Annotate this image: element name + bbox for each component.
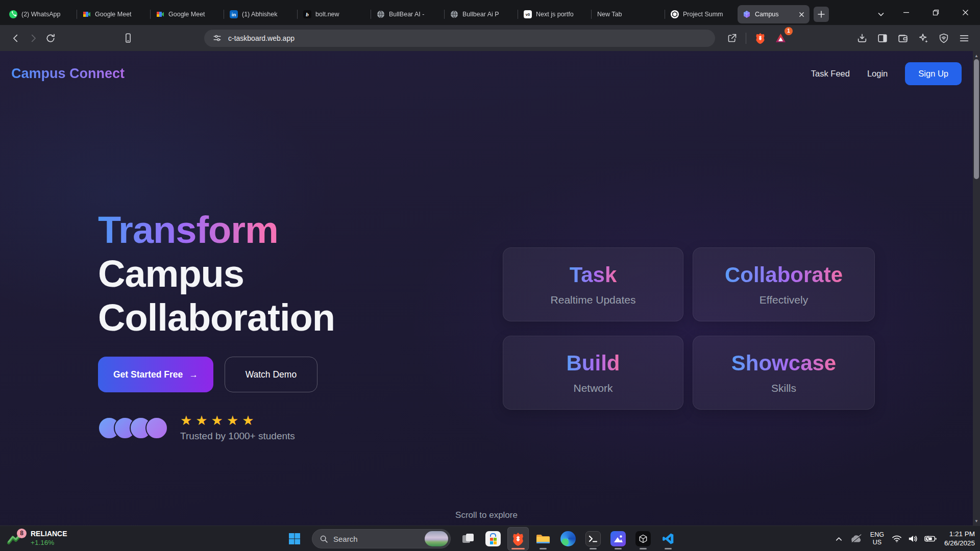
tab-project-summary[interactable]: Project Summ [666,5,738,23]
brave-shield-icon[interactable] [751,30,769,47]
trust-text: Trusted by 1000+ students [180,431,295,442]
store-handle [490,533,496,537]
url-text[interactable]: c-taskboard.web.app [228,34,295,42]
card-title: Build [567,351,620,375]
arrow-right-icon: → [189,369,198,380]
sidebar-icon[interactable] [874,30,891,47]
new-tab-button[interactable] [814,7,829,22]
card-collaborate[interactable]: Collaborate Effectively [693,247,875,321]
wallet-icon[interactable] [894,30,912,47]
v0-icon: v0 [524,10,532,18]
tray-time: 1:21 PM [944,530,975,539]
tray-status-icons[interactable] [892,535,937,543]
start-button[interactable] [284,527,305,550]
vpn-shield-icon[interactable] [935,30,952,47]
terminal-button[interactable] [582,527,604,550]
hero-section: Transform Campus Collaboration Get Start… [98,208,335,442]
photos-button[interactable] [607,527,629,550]
reload-icon[interactable] [42,30,59,47]
tab-google-meet-2[interactable]: Google Meet [151,5,223,23]
stock-change: +1.16% [31,539,67,547]
tab-google-meet-1[interactable]: Google Meet [78,5,150,23]
leo-ai-sparkles-icon[interactable] [915,30,932,47]
task-view-button[interactable] [457,527,479,550]
tray-language[interactable]: ENG US [870,531,884,546]
tab-campus-active[interactable]: Campus [738,5,810,23]
window-restore-button[interactable] [921,0,950,25]
cube-app-button[interactable] [632,527,654,550]
nav-task-feed-link[interactable]: Task Feed [811,69,850,79]
tab-whatsapp[interactable]: (2) WhatsApp [4,5,76,23]
terminal-icon [585,531,601,546]
brave-icon [511,532,525,546]
page-scrollbar[interactable]: ▲ ▼ [973,51,980,525]
downloads-icon[interactable] [853,30,871,47]
get-started-button[interactable]: Get Started Free → [98,357,213,392]
tab-linkedin[interactable]: in (1) Abhishek [225,5,297,23]
tray-chevron-up-icon[interactable] [835,535,843,543]
window-close-button[interactable] [950,0,980,25]
linkedin-icon: in [230,10,238,18]
google-meet-icon [83,10,91,18]
card-task[interactable]: Task Realtime Updates [503,247,683,321]
tab-new-tab[interactable]: New Tab [592,5,664,23]
share-icon[interactable] [723,30,741,47]
stock-chart-icon: 8 [7,531,26,547]
brand-logo[interactable]: Campus Connect [11,66,125,82]
scrollbar-thumb[interactable] [974,59,979,179]
search-icon [320,535,328,543]
scrollbar-down-icon[interactable]: ▼ [973,517,980,524]
taskbar-center: Search [284,526,679,551]
hero-title-line2: Campus [98,253,244,295]
tab-search-chevron-icon[interactable] [871,4,891,24]
card-showcase[interactable]: Showcase Skills [693,336,875,410]
watch-demo-button[interactable]: Watch Demo [225,357,318,392]
tab-label: Google Meet [95,11,144,18]
tab-label: Campus [755,11,795,18]
nav-login-link[interactable]: Login [867,69,888,79]
menu-icon[interactable] [955,30,973,47]
scrollbar-up-icon[interactable]: ▲ [973,52,980,59]
photos-icon [610,531,626,546]
google-meet-icon [156,10,164,18]
tab-separator [371,10,371,19]
tray-clock[interactable]: 1:21 PM 6/26/2025 [944,530,975,547]
file-explorer-button[interactable] [532,527,554,550]
taskbar-search[interactable]: Search [312,529,451,548]
tab-bullbear-1[interactable]: BullBear AI - [372,5,444,23]
tab-nextjs-portfolio[interactable]: v0 Next js portfo [519,5,591,23]
campus-connect-favicon [743,10,751,18]
forward-icon[interactable] [24,30,42,47]
tab-label: Next js portfo [536,11,585,18]
microsoft-store-button[interactable] [482,527,504,550]
card-subtitle: Realtime Updates [551,294,636,306]
scroll-hint-text: Scroll to explore [0,510,973,520]
card-build[interactable]: Build Network [503,336,683,410]
site-settings-tune-icon[interactable] [212,33,222,43]
address-bar[interactable]: c-taskboard.web.app [204,30,715,47]
tab-bolt-new[interactable]: b bolt.new [298,5,370,23]
edge-browser-button[interactable] [557,527,579,550]
tab-label: (1) Abhishek [242,11,291,18]
battery-charging-icon [924,535,937,542]
wifi-icon [892,535,902,543]
student-avatars [98,417,168,439]
tab-separator [224,10,224,19]
back-icon[interactable] [7,30,24,47]
vscode-button[interactable] [657,527,679,550]
cube-3d-icon [635,531,651,546]
brave-browser-button[interactable] [507,527,529,550]
send-to-device-icon[interactable] [119,30,137,47]
tab-bullbear-2[interactable]: Bullbear Ai P [445,5,517,23]
whatsapp-icon [9,10,17,18]
signup-button[interactable]: Sign Up [905,62,962,85]
card-title: Collaborate [725,263,843,287]
search-highlight-image[interactable] [425,531,448,546]
taskbar-stock-widget[interactable]: 8 RELIANCE +1.16% [0,530,67,547]
window-minimize-button[interactable] [891,0,921,25]
brave-rewards-icon[interactable]: 1 [772,30,789,47]
close-tab-icon[interactable] [799,12,804,17]
running-indicator [640,548,647,549]
lang-line2: US [870,539,884,546]
onedrive-offline-icon[interactable] [850,534,863,543]
